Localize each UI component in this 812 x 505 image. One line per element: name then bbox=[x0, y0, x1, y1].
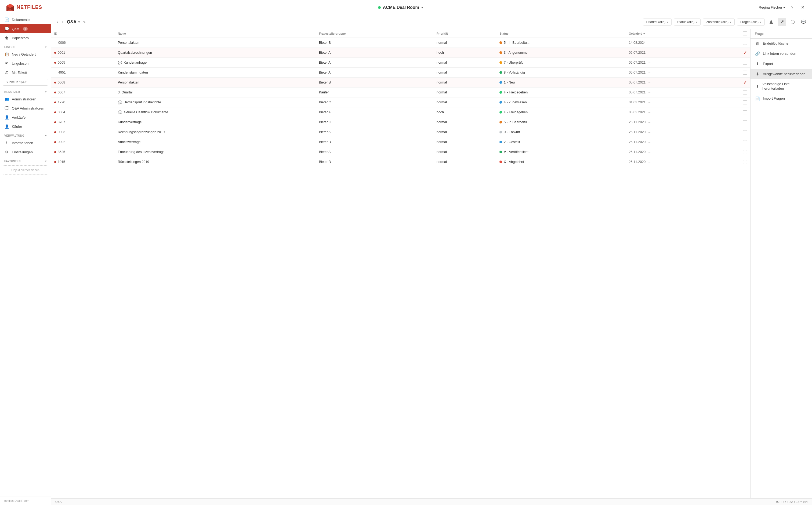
row-checkbox[interactable] bbox=[743, 130, 747, 134]
row-checkbox[interactable] bbox=[743, 70, 747, 74]
room-chevron-icon: ▾ bbox=[421, 6, 423, 9]
status-dot bbox=[499, 81, 502, 84]
back-button[interactable]: ‹ bbox=[55, 19, 60, 25]
cell-status: 8 - Vollständig bbox=[496, 68, 625, 77]
verwaltung-section-header[interactable]: VERWALTUNG ▾ bbox=[0, 131, 51, 138]
favoriten-section-header[interactable]: FAVORITEN ▾ bbox=[0, 157, 51, 164]
sidebar-item-dokumente[interactable]: 📄 Dokumente bbox=[0, 15, 51, 24]
cell-name: Personalakten bbox=[115, 38, 316, 48]
papierkorb-icon: 🗑 bbox=[4, 36, 9, 40]
table-row[interactable]: 0001 Quartalsabrechnungen Bieter A hoch … bbox=[51, 48, 750, 58]
more-options-button[interactable]: ··· bbox=[647, 149, 653, 155]
comment-button[interactable]: 💬 bbox=[799, 18, 808, 26]
context-menu-item-ausgewaehlte-herunterladen[interactable]: ⬇ Ausgewählte herunterladen bbox=[751, 69, 812, 79]
cell-actions bbox=[733, 68, 740, 77]
table-row[interactable]: 4951 Kundenstammdaten Bieter A normal 8 … bbox=[51, 68, 750, 77]
table-row[interactable]: 0007 3. Quartal Käufer normal F - Freige… bbox=[51, 88, 750, 98]
table-row[interactable]: 0004 💬aktuelle Cashflow Dokumente Bieter… bbox=[51, 108, 750, 117]
col-geaendert[interactable]: Geändert ▾ bbox=[626, 29, 733, 38]
row-dot-indicator bbox=[54, 112, 56, 113]
edit-button[interactable]: ✎ bbox=[82, 19, 87, 25]
table-row[interactable]: 0008 Personalakten Bieter B normal 1 - N… bbox=[51, 77, 750, 88]
col-name[interactable]: Name bbox=[115, 29, 316, 38]
sidebar-item-administratoren[interactable]: 👥 Administratoren bbox=[0, 95, 51, 104]
cell-status: 4 - Zugewiesen bbox=[496, 98, 625, 108]
section-title[interactable]: Q&A ▾ bbox=[67, 20, 80, 24]
row-checkbox[interactable] bbox=[743, 91, 747, 95]
chat-icon: 💬 bbox=[118, 101, 122, 105]
info-panel-button[interactable]: ⓘ bbox=[788, 18, 797, 26]
filter-zustaendig[interactable]: Zuständig (alle) ▾ bbox=[703, 18, 735, 25]
row-checkbox[interactable] bbox=[743, 110, 747, 114]
content-area: ‹ › Q&A ▾ ✎ Priorität (alle) ▾ Status (a… bbox=[51, 15, 812, 505]
col-fragestellergruppe: Fragestellergruppe bbox=[316, 29, 433, 38]
table-row[interactable]: 0003 Rechnungsabgrenzungen 2019 Bieter A… bbox=[51, 127, 750, 137]
row-checkbox[interactable] bbox=[743, 120, 747, 124]
select-all-checkbox[interactable] bbox=[743, 31, 747, 35]
row-dot-indicator bbox=[54, 131, 56, 133]
search-input[interactable] bbox=[3, 79, 48, 86]
sidebar-item-papierkorb[interactable]: 🗑 Papierkorb bbox=[0, 33, 51, 42]
context-menu-item-endgueltig-loeschen[interactable]: 🗑 Endgültig löschen bbox=[751, 39, 812, 48]
more-options-button[interactable]: ··· bbox=[647, 139, 653, 145]
more-options-button[interactable]: ··· bbox=[647, 159, 653, 165]
sidebar-item-mit-etikett[interactable]: 🏷 Mit Etikett bbox=[0, 68, 51, 77]
row-checkbox[interactable] bbox=[743, 61, 747, 65]
more-options-button[interactable]: ··· bbox=[647, 90, 653, 95]
more-options-button[interactable]: ··· bbox=[647, 129, 653, 135]
filter-fragen[interactable]: Fragen (alle) ▾ bbox=[737, 18, 765, 25]
sidebar-item-informationen[interactable]: ℹ Informationen bbox=[0, 138, 51, 147]
wrench-button[interactable] bbox=[778, 18, 786, 26]
sidebar-item-neu-geaendert[interactable]: 📋 Neu / Geändert bbox=[0, 50, 51, 59]
row-checkbox[interactable] bbox=[743, 41, 747, 45]
row-checkbox[interactable] bbox=[743, 150, 747, 154]
more-options-button[interactable]: ··· bbox=[647, 110, 653, 115]
user-name[interactable]: Regina Fischer ▾ bbox=[759, 5, 785, 9]
more-options-button[interactable]: ··· bbox=[647, 100, 653, 105]
sidebar-item-ungelesen[interactable]: 👁 Ungelesen bbox=[0, 59, 51, 68]
sidebar-item-verkaeufer[interactable]: 👤 Verkäufer bbox=[0, 113, 51, 122]
context-menu-item-export[interactable]: ⬆ Export bbox=[751, 59, 812, 69]
more-options-button[interactable]: ··· bbox=[647, 50, 653, 55]
listen-section-header[interactable]: LISTEN ▾ bbox=[0, 42, 51, 50]
room-title[interactable]: ACME Deal Room ▾ bbox=[378, 5, 423, 10]
benutzer-section-header[interactable]: BENUTZER ▾ bbox=[0, 87, 51, 95]
logo: NETFILES bbox=[5, 3, 42, 12]
table-row[interactable]: 0005 💬Kundenanfrage Bieter A normal 7 - … bbox=[51, 58, 750, 68]
more-options-button[interactable]: ··· bbox=[647, 40, 653, 45]
help-button[interactable]: ? bbox=[788, 4, 796, 11]
table-row[interactable]: 8707 Kundenverträge Bieter C normal 5 - … bbox=[51, 117, 750, 127]
table-row[interactable]: 1015 Rückstellungen 2019 Bieter B normal… bbox=[51, 157, 750, 167]
cell-geaendert: 05.07.2021 ··· bbox=[626, 68, 733, 77]
table-row[interactable]: 8525 Erneuerung des Lizenzvertrags Biete… bbox=[51, 147, 750, 157]
row-checkbox[interactable] bbox=[743, 140, 747, 144]
sidebar-item-qa-admin[interactable]: 💬 Q&A Administratoren bbox=[0, 104, 51, 113]
table-row[interactable]: 0002 Arbeitsverträge Bieter B normal 2 -… bbox=[51, 137, 750, 147]
row-checkbox[interactable] bbox=[743, 160, 747, 164]
sidebar-item-einstellungen[interactable]: ⚙ Einstellungen bbox=[0, 147, 51, 157]
context-menu-item-import-fragen[interactable]: 📄 Import Fragen bbox=[751, 94, 812, 104]
more-options-button[interactable]: ··· bbox=[647, 80, 653, 85]
table-row[interactable]: 1720 💬Betriebsprüfungsberichte Bieter C … bbox=[51, 98, 750, 108]
user-filter-button[interactable] bbox=[767, 18, 776, 26]
sidebar-item-kaeufer[interactable]: 👤 Käufer bbox=[0, 122, 51, 131]
table-row[interactable]: 0006 Personalakten Bieter B normal 5 - I… bbox=[51, 38, 750, 48]
context-menu-item-vollstaendige-liste-herunterladen[interactable]: ⬇ Vollständige Liste herunterladen bbox=[751, 79, 812, 94]
filter-prioritaet[interactable]: Priorität (alle) ▾ bbox=[643, 18, 672, 25]
context-menu-item-link-intern-versenden[interactable]: 🔗 Link intern versenden bbox=[751, 48, 812, 59]
status-dot bbox=[499, 161, 502, 163]
ungelesen-icon: 👁 bbox=[4, 61, 9, 65]
more-options-button[interactable]: ··· bbox=[647, 60, 653, 65]
forward-button[interactable]: › bbox=[60, 19, 65, 25]
cell-checkbox bbox=[740, 98, 750, 108]
filter-status[interactable]: Status (alle) ▾ bbox=[674, 18, 700, 25]
more-options-button[interactable]: ··· bbox=[647, 120, 653, 125]
close-button[interactable]: ✕ bbox=[799, 4, 807, 11]
status-dot bbox=[499, 131, 502, 134]
cell-id: 0005 bbox=[51, 58, 115, 68]
cell-prioritaet: normal bbox=[433, 77, 496, 88]
more-options-button[interactable]: ··· bbox=[647, 70, 653, 75]
row-dot-indicator bbox=[54, 92, 56, 94]
row-checkbox[interactable] bbox=[743, 101, 747, 105]
sidebar-item-qa[interactable]: 💬 Q&A 5 bbox=[0, 24, 51, 33]
